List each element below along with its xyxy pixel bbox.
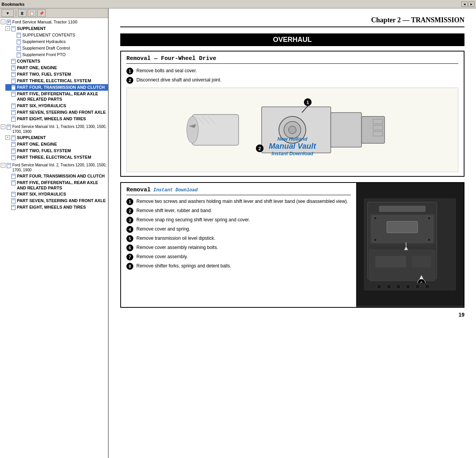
doc-icon-p4 [11,85,16,90]
expand-root1[interactable]: − [1,20,5,24]
separator1 [16,10,16,17]
step-2-4: 4 Remove cover and spring. [126,226,351,233]
removal-box-2: Removal Instant Download 1 Remove two sc… [120,182,464,308]
tree-r2-p1[interactable]: PART ONE, ENGINE [5,141,108,148]
doc-icon-p3 [11,78,16,84]
step-text-2-4: Remove cover and spring. [136,226,190,232]
transmission-diagram-svg: 1 2 [185,91,400,168]
r2-p3-label: PART THREE, ELECTRICAL SYSTEM [17,154,108,160]
p5-label: PART FIVE, DIFFERENTIAL, REAR AXLE AND R… [17,91,108,102]
bookmark-tree: − Ford Service Manual, Tractor 1100 − SU… [0,18,108,211]
tree-r2-supplement[interactable]: + SUPPLEMENT [5,134,108,141]
tree-r2-p2[interactable]: PART TWO, FUEL SYSTEM [5,148,108,154]
svg-rect-34 [12,136,15,140]
doc-icon-sh [16,39,22,45]
doc-icon-p5 [11,91,16,97]
svg-point-83 [428,238,431,241]
svg-rect-77 [379,206,425,212]
tree-contents[interactable]: CONTENTS [5,58,108,65]
tree-supplement-contents[interactable]: SUPPLEMENT CONTENTS [11,32,108,38]
bm-toolbar: ▼ 🗑 📋 📌 [0,8,108,18]
tree-r2-p3[interactable]: PART THREE, ELECTRICAL SYSTEM [5,154,108,161]
expand-supplement[interactable]: − [5,26,10,31]
step-num-2-7: 7 [126,254,133,261]
r2-p1-label: PART ONE, ENGINE [17,141,108,147]
svg-rect-44 [12,174,15,179]
step-text-2-6: Remove cover assembly retaining bolts. [136,244,218,251]
tree-part3[interactable]: PART THREE, ELECTRICAL SYSTEM [5,78,108,84]
tree-r3-p4[interactable]: PART FOUR, TRANSMISSION AND CLUTCH [5,173,108,179]
tree-supplement[interactable]: − SUPPLEMENT [5,25,108,32]
svg-rect-0 [7,20,11,25]
tree-part2[interactable]: PART TWO, FUEL SYSTEM [5,71,108,78]
svg-point-81 [428,217,431,220]
bm-paste-btn[interactable]: 📌 [37,9,46,17]
doc-icon-contents [11,59,16,64]
step-1-1: 1 Remove bolts and seal cover. [126,68,458,75]
expand-r2-sup[interactable]: + [5,135,10,140]
svg-rect-42 [7,163,11,168]
sd-label: Supplement Draft Control [22,45,108,51]
step-2-1: 1 Remove two screws and washers holding … [126,198,351,205]
svg-rect-28 [12,110,15,115]
content-panel: Chapter 2 — TRANSMISSION OVERHAUL Remova… [109,8,476,458]
tree-r3-p7[interactable]: PART SEVEN, STEERING AND FRONT AXLE [5,197,108,204]
tree-part1[interactable]: PART ONE, ENGINE [5,65,108,71]
tree-root3-label: Ford Service Manual Vol. 2, Tractors 120… [12,163,108,173]
step-text-2-8: Remove shifter forks, springs and detent… [136,263,231,269]
nav-fwd-btn[interactable]: ► [468,2,474,7]
step-text-2-5: Remove transmission oil level dipstick. [136,235,215,242]
p8-label: PART EIGHT, WHEELS AND TIRES [17,116,108,121]
tree-supplement-hydraulics[interactable]: Supplement Hydraulics [11,38,108,45]
step-text-2-2: Remove shift lever, rubber and band. [136,207,212,214]
bm-copy-btn[interactable]: 📋 [28,9,36,17]
removal-title-1: Removal — Four-Wheel Drive [126,55,458,64]
tree-root-1[interactable]: − Ford Service Manual, Tractor 1100 [0,19,108,25]
svg-rect-12 [17,53,21,57]
svg-point-97 [386,284,391,289]
tree-part7[interactable]: PART SEVEN, STEERING AND FRONT AXLE [5,109,108,116]
tree-r3-p6[interactable]: PART SIX, HYDRAULICS [5,191,108,197]
svg-rect-18 [12,72,15,77]
nav-back-btn[interactable]: ◄ [461,2,468,7]
tree-root-3[interactable]: − Ford Service Manual Vol. 2, Tractors 1… [0,162,108,173]
svg-rect-20 [12,79,15,83]
r3-p8-label: PART EIGHT, WHEELS AND TIRES [17,204,108,210]
bookmarks-title: Bookmarks [2,2,25,7]
svg-rect-22 [12,85,15,90]
removal-box-1: Removal — Four-Wheel Drive 1 Remove bolt… [120,51,464,177]
step-1-2: 2 Disconnect drive shaft and universal j… [126,77,458,84]
tree-supplement-draft[interactable]: Supplement Draft Control [11,45,108,51]
tree-supplement-pto[interactable]: Supplement Front PTO [11,51,108,58]
sh-label: Supplement Hydraulics [22,39,108,44]
tree-root-2[interactable]: − Ford Service Manual Vol. 1, Tractors 1… [0,124,108,134]
tree-part6[interactable]: PART SIX, HYDRAULICS [5,103,108,109]
step-num-2-8: 8 [126,263,133,270]
svg-point-98 [396,284,401,289]
doc-icon-r2p2 [11,148,16,154]
expand-root2[interactable]: − [1,124,5,129]
r2-supp-label: SUPPLEMENT [17,135,108,140]
doc-icon-p8 [11,116,16,122]
expand-root3[interactable]: − [1,163,5,168]
tree-r3-p8[interactable]: PART EIGHT, WHEELS AND TIRES [5,204,108,211]
tree-r3-p5[interactable]: PART FIVE, DIFFERENTIAL, REAR AXLE AND R… [5,179,108,191]
tree-part4[interactable]: PART FOUR, TRANSMISSION AND CLUTCH [5,84,108,91]
contents-label: CONTENTS [17,58,108,64]
doc-icon-spto [16,52,22,58]
bm-delete-btn[interactable]: 🗑 [18,9,27,17]
transmission-photo: 7 6 [356,183,464,307]
step-text-2-3: Remove snap ring securing shift lever sp… [136,217,250,223]
supplement-label: SUPPLEMENT [17,26,108,31]
svg-rect-24 [12,92,15,96]
bookmarks-panel: ▼ 🗑 📋 📌 − Ford Service Manual, Tractor 1… [0,8,109,458]
svg-text:2: 2 [259,146,261,151]
step-2-2: 2 Remove shift lever, rubber and band. [126,207,351,214]
tree-part5[interactable]: PART FIVE, DIFFERENTIAL, REAR AXLE AND R… [5,91,108,103]
svg-text:1: 1 [307,100,309,105]
step-text-1: Remove bolts and seal cover. [136,68,197,74]
step-text-2-7: Remove cover assembly. [136,254,188,260]
doc-icon-r2p3 [11,155,16,160]
bm-dropdown-btn[interactable]: ▼ [2,9,14,17]
tree-part8[interactable]: PART EIGHT, WHEELS AND TIRES [5,116,108,122]
